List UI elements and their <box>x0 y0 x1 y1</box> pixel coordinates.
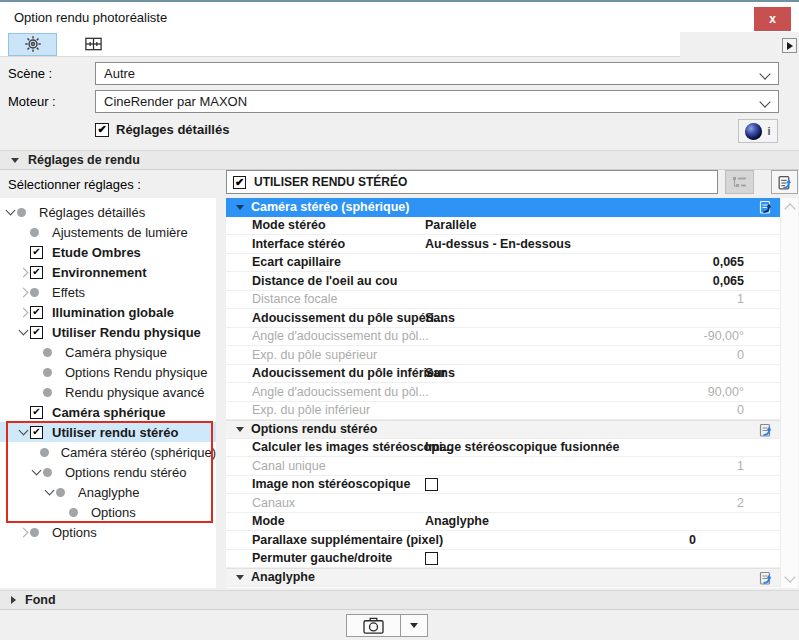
property-value[interactable]: 1 <box>737 292 744 306</box>
tree-checkbox-icon[interactable]: ✔ <box>30 406 43 419</box>
tree-item[interactable]: ✔Environnement <box>0 262 216 282</box>
scene-select[interactable]: Autre <box>95 62 779 85</box>
tree-item[interactable]: Anaglyphe <box>0 482 216 502</box>
render-settings-section-header[interactable]: Réglages de rendu <box>0 150 799 170</box>
table-subsection-header[interactable]: Options rendu stéréo <box>226 420 780 439</box>
property-row[interactable]: Ecart capillaire0,065 <box>226 254 780 273</box>
property-row[interactable]: Calculer les images stéréoscopi...Image … <box>226 439 780 458</box>
detailed-settings-checkbox[interactable]: ✔ Réglages détaillés <box>95 122 229 137</box>
expander-right-icon[interactable] <box>16 269 30 276</box>
render-options-dropdown-button[interactable] <box>401 614 428 637</box>
tree-item[interactable]: Options Rendu physique <box>0 362 216 382</box>
property-value[interactable]: 2 <box>737 496 744 510</box>
property-value[interactable]: 90,00° <box>708 385 744 399</box>
select-settings-field[interactable]: ✔ UTILISER RENDU STÉRÉO <box>226 170 718 194</box>
table-subsection-header[interactable]: Anaglyphe <box>226 568 780 587</box>
property-value[interactable]: Sans <box>425 366 455 380</box>
property-value[interactable]: -90,00° <box>704 329 744 343</box>
expander-right-icon[interactable] <box>16 289 30 296</box>
tree-checkbox-icon[interactable]: ✔ <box>30 246 43 259</box>
tree-item[interactable]: ✔Utiliser rendu stéréo <box>0 422 216 442</box>
import-settings-icon[interactable] <box>757 199 773 215</box>
property-row[interactable]: Canaux2 <box>226 494 780 513</box>
tree-item-label: Anaglyphe <box>78 485 139 500</box>
property-row[interactable]: Image non stéréoscopique <box>226 476 780 495</box>
property-row[interactable]: Permuter gauche/droite <box>226 550 780 569</box>
render-camera-button[interactable] <box>346 614 401 637</box>
property-row[interactable]: Canal unique1 <box>226 457 780 476</box>
tree-checkbox-icon[interactable]: ✔ <box>30 426 43 439</box>
tree-item-label: Options Rendu physique <box>65 365 207 380</box>
tree-item[interactable]: Options <box>0 502 216 522</box>
import-settings-icon <box>776 174 793 191</box>
property-label: Distance de l'oeil au cou <box>252 274 397 288</box>
engine-select[interactable]: CineRender par MAXON <box>95 90 779 113</box>
settings-hierarchy-button[interactable] <box>725 170 754 194</box>
property-value[interactable]: Image stéréoscopique fusionnée <box>425 440 620 454</box>
transfer-settings-button[interactable] <box>771 170 798 194</box>
expander-down-icon[interactable] <box>3 210 17 214</box>
close-button[interactable]: x <box>754 7 791 31</box>
tree-item[interactable]: Caméra stéréo (sphérique) <box>0 442 216 462</box>
property-value[interactable]: 1 <box>737 459 744 473</box>
property-value[interactable]: Parallèle <box>425 218 476 232</box>
background-section-header[interactable]: Fond <box>0 590 799 610</box>
table-scrollbar[interactable] <box>780 198 798 588</box>
expander-down-icon[interactable] <box>16 430 30 434</box>
property-value[interactable]: 0 <box>689 533 696 547</box>
property-value[interactable]: 0,065 <box>713 274 744 288</box>
property-row[interactable]: Parallaxe supplémentaire (pixel)0 <box>226 531 780 550</box>
tree-checkbox-icon[interactable]: ✔ <box>30 326 43 339</box>
property-row[interactable]: Exp. du pôle supérieur0 <box>226 346 780 365</box>
tree-checkbox-icon[interactable]: ✔ <box>30 266 43 279</box>
property-row[interactable]: Angle d'adoucissement du pôl...90,00° <box>226 383 780 402</box>
expander-right-icon[interactable] <box>16 529 30 536</box>
property-row[interactable]: Distance focale1 <box>226 291 780 310</box>
tree-item[interactable]: Ajustements de lumière <box>0 222 216 242</box>
property-value[interactable]: Sans <box>425 311 455 325</box>
property-row[interactable]: Adoucissement du pôle supéri...Sans <box>226 309 780 328</box>
property-row[interactable]: ModeAnaglyphe <box>226 513 780 532</box>
property-row[interactable]: Mode stéréoParallèle <box>226 217 780 236</box>
tree-item[interactable]: Réglages détaillés <box>0 202 216 222</box>
property-value[interactable]: 0 <box>737 403 744 417</box>
import-settings-icon[interactable] <box>757 570 773 586</box>
bullet-icon <box>40 448 49 457</box>
expand-panel-button[interactable] <box>782 38 797 53</box>
tree-item[interactable]: Effets <box>0 282 216 302</box>
expander-down-icon[interactable] <box>42 490 56 494</box>
tree-item[interactable]: ✔Etude Ombres <box>0 242 216 262</box>
tree-item[interactable]: ✔Caméra sphérique <box>0 402 216 422</box>
tree-item[interactable]: Options rendu stéréo <box>0 462 216 482</box>
tree-item[interactable]: ✔Utiliser Rendu physique <box>0 322 216 342</box>
property-value[interactable]: 0,065 <box>713 255 744 269</box>
import-settings-icon[interactable] <box>757 422 773 438</box>
expander-down-icon[interactable] <box>16 330 30 334</box>
property-value[interactable]: 0 <box>737 348 744 362</box>
expander-down-icon[interactable] <box>29 470 43 474</box>
scroll-down-icon[interactable] <box>784 571 795 582</box>
table-section-header[interactable]: Caméra stéréo (sphérique) <box>226 198 780 217</box>
tab-settings[interactable] <box>8 33 57 56</box>
tree-item[interactable]: ✔Illumination globale <box>0 302 216 322</box>
property-label: Canaux <box>252 496 295 510</box>
property-value[interactable]: Au-dessus - En-dessous <box>425 237 571 251</box>
property-row[interactable]: Angle d'adoucissement du pôl...-90,00° <box>226 328 780 347</box>
scroll-up-icon[interactable] <box>784 203 795 214</box>
property-row[interactable]: Exp. du pôle inférieur0 <box>226 402 780 421</box>
bullet-icon <box>43 388 52 397</box>
property-checkbox[interactable] <box>425 478 438 491</box>
property-value[interactable]: Anaglyphe <box>425 514 489 528</box>
property-row[interactable]: Adoucissement du pôle inférieurSans <box>226 365 780 384</box>
property-checkbox[interactable] <box>425 552 438 565</box>
tree-item[interactable]: Options <box>0 522 216 542</box>
property-row[interactable]: Distance de l'oeil au cou0,065 <box>226 272 780 291</box>
tree-checkbox-icon[interactable]: ✔ <box>30 306 43 319</box>
tree-item[interactable]: Caméra physique <box>0 342 216 362</box>
tab-image-size[interactable] <box>69 33 118 56</box>
property-row[interactable]: Interface stéréoAu-dessus - En-dessous <box>226 235 780 254</box>
tree-item[interactable]: Rendu physique avancé <box>0 382 216 402</box>
property-label: Exp. du pôle inférieur <box>252 403 370 417</box>
expander-right-icon[interactable] <box>16 309 30 316</box>
render-engine-info-button[interactable]: i <box>738 119 778 143</box>
